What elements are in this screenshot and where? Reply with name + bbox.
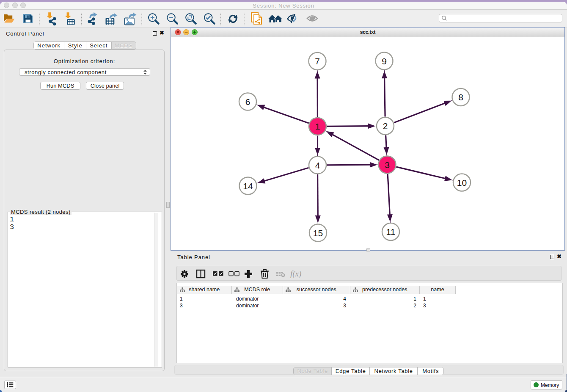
- svg-text:11: 11: [386, 227, 396, 237]
- svg-text:6: 6: [245, 97, 250, 107]
- svg-text:9: 9: [382, 56, 387, 66]
- svg-text:1: 1: [315, 121, 320, 131]
- svg-text:10: 10: [457, 178, 467, 188]
- svg-text:f(x): f(x): [290, 269, 301, 279]
- svg-text:8: 8: [458, 92, 463, 102]
- svg-text:3: 3: [385, 160, 390, 170]
- svg-text:7: 7: [315, 56, 320, 66]
- svg-text:15: 15: [313, 228, 323, 238]
- svg-text:4: 4: [315, 160, 320, 170]
- svg-text:14: 14: [243, 181, 253, 191]
- svg-text:2: 2: [383, 121, 388, 131]
